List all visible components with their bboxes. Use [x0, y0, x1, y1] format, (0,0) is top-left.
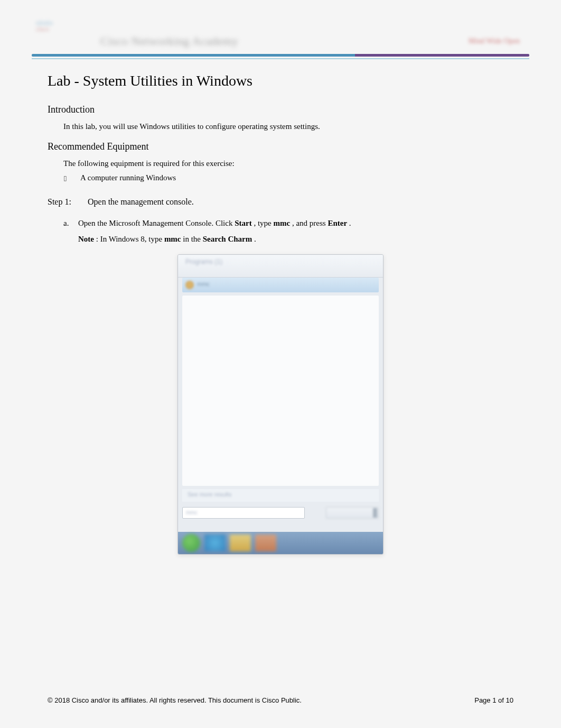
see-more-text: See more results [182, 489, 379, 497]
note-kw-search-charm: Search Charm [203, 235, 252, 243]
search-input-value: mmc [183, 508, 304, 518]
start-menu-result-row: mmc [182, 278, 379, 292]
section-heading-introduction: Introduction [48, 104, 513, 115]
kw-enter: Enter [328, 219, 347, 227]
step-1-title: Open the management console. [88, 197, 194, 206]
page-footer: © 2018 Cisco and/or its affiliates. All … [48, 696, 513, 704]
shutdown-dropdown-handle [373, 508, 377, 518]
document-body: Lab - System Utilities in Windows Introd… [32, 72, 529, 555]
page-header: u|iu|iu cisco Cisco Networking Academy M… [32, 19, 529, 51]
mmc-icon [185, 281, 194, 289]
equipment-bullet-text: A computer running Windows [80, 173, 176, 182]
explorer-icon [230, 535, 251, 551]
page-pre: Page [474, 696, 492, 704]
ie-icon [204, 535, 226, 551]
step-1a-content: Open the Microsoft Management Console. C… [78, 215, 513, 247]
start-menu-search-row: mmc [182, 505, 379, 521]
kw-start: Start [235, 219, 252, 227]
equipment-bullet-line: ▯ A computer running Windows [63, 173, 513, 182]
embedded-screenshot-container: Programs (1) mmc See more results mmc [48, 254, 513, 555]
start-menu-search-input: mmc [182, 507, 305, 519]
header-rule-thick [32, 54, 529, 57]
embedded-screenshot: Programs (1) mmc See more results mmc [177, 254, 384, 555]
shutdown-button [326, 507, 379, 519]
bullet-icon: ▯ [63, 174, 80, 182]
note-text-mid1: : In Windows 8, type [96, 235, 164, 243]
page-of: of [498, 696, 506, 704]
start-menu-see-more: See more results [182, 489, 379, 502]
step-1-label: Step 1: [48, 197, 86, 207]
page-indicator: Page 1 of 10 [474, 696, 513, 704]
start-menu-header: Programs (1) [178, 255, 383, 278]
media-player-icon [255, 535, 276, 551]
start-menu-programs-label: Programs (1) [185, 258, 376, 265]
kw-mmc: mmc [274, 219, 291, 227]
note-label: Note [78, 235, 94, 243]
step-1a-text-pre: Open the Microsoft Management Console. C… [78, 219, 235, 227]
windows-taskbar [178, 532, 383, 554]
copyright-text: © 2018 Cisco and/or its affiliates. All … [48, 696, 302, 704]
step-1a-label: a. [63, 215, 78, 231]
note-text-end: . [254, 235, 256, 243]
note-kw-mmc: mmc [164, 235, 181, 243]
header-brand-title: Cisco Networking Academy [100, 34, 238, 48]
page-current: 1 [492, 696, 496, 704]
section-heading-equipment: Recommended Equipment [48, 141, 513, 152]
step-1a-text-mid1: , type [254, 219, 273, 227]
intro-paragraph: In this lab, you will use Windows utilit… [63, 121, 513, 133]
step-1a: a. Open the Microsoft Management Console… [63, 215, 513, 247]
equipment-intro: The following equipment is required for … [63, 158, 513, 170]
header-tagline: Mind Wide Open [469, 37, 520, 45]
step-1a-text-mid2: , and press [292, 219, 328, 227]
header-rule-thin [32, 58, 529, 59]
start-button-icon [182, 534, 200, 552]
note-text-mid2: in the [183, 235, 203, 243]
step-1-heading: Step 1: Open the management console. [48, 197, 513, 207]
start-menu-result-text: mmc [197, 281, 210, 287]
page-total: 10 [506, 696, 513, 704]
start-menu-empty-area [182, 296, 379, 486]
cisco-logo: u|iu|iu cisco [36, 19, 53, 33]
page-title: Lab - System Utilities in Windows [48, 72, 513, 89]
step-1a-text-end: . [349, 219, 351, 227]
